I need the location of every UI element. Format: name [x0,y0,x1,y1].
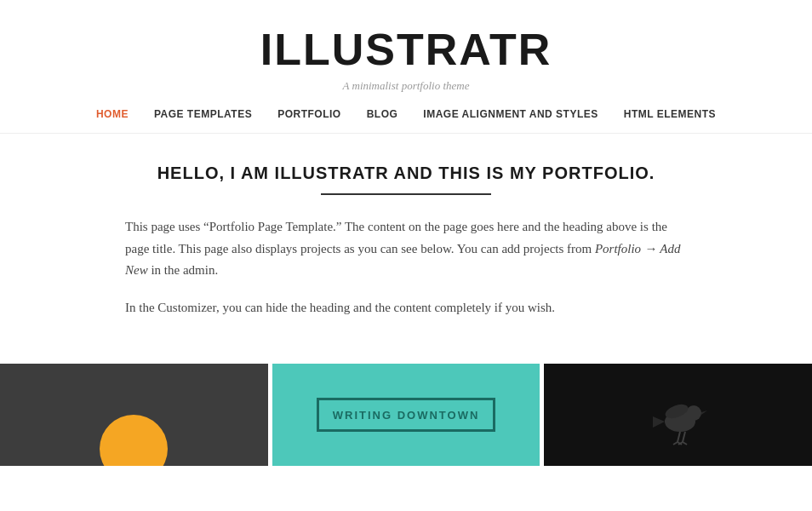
nav-item-home[interactable]: HOME [96,108,129,120]
svg-point-1 [686,405,701,421]
orange-circle-decoration [100,415,168,466]
writing-downtown-label: WRITING DOWNTOWN [333,409,480,422]
nav-item-portfolio[interactable]: PORTFOLIO [277,108,341,120]
portfolio-grid: WRITING DOWNTOWN [0,364,812,466]
svg-line-10 [683,442,687,445]
content-paragraph-2: In the Customizer, you can hide the head… [125,297,687,319]
site-nav: HOME PAGE TEMPLATES PORTFOLIO BLOG IMAGE… [0,108,812,134]
nav-item-html-elements[interactable]: HTML ELEMENTS [624,108,716,120]
svg-line-6 [673,442,678,445]
portfolio-item-3[interactable] [544,364,812,466]
svg-marker-2 [701,411,707,415]
nav-item-blog[interactable]: BLOG [367,108,398,120]
svg-marker-3 [653,416,665,428]
browser-frame: ILLUSTRATR A minimalist portfolio theme … [0,0,812,511]
nav-item-image-alignment[interactable]: IMAGE ALIGNMENT AND STYLES [423,108,598,120]
site-header: ILLUSTRATR A minimalist portfolio theme [0,0,812,93]
main-content: HELLO, I AM ILLUSTRATR AND THIS IS MY PO… [108,134,704,351]
portfolio-item-2[interactable]: WRITING DOWNTOWN [272,364,540,466]
site-tagline: A minimalist portfolio theme [17,79,795,93]
heading-divider [321,193,491,195]
bird-icon [644,381,712,449]
svg-line-5 [678,432,680,442]
portfolio-item-1[interactable] [0,364,268,466]
svg-line-8 [683,432,685,442]
writing-downtown-box: WRITING DOWNTOWN [317,398,496,432]
nav-item-page-templates[interactable]: PAGE TEMPLATES [154,108,252,120]
site-wrapper: ILLUSTRATR A minimalist portfolio theme … [0,0,812,511]
content-paragraph-1: This page uses “Portfolio Page Template.… [125,216,687,282]
site-title: ILLUSTRATR [17,26,795,74]
page-heading: HELLO, I AM ILLUSTRATR AND THIS IS MY PO… [125,164,687,183]
